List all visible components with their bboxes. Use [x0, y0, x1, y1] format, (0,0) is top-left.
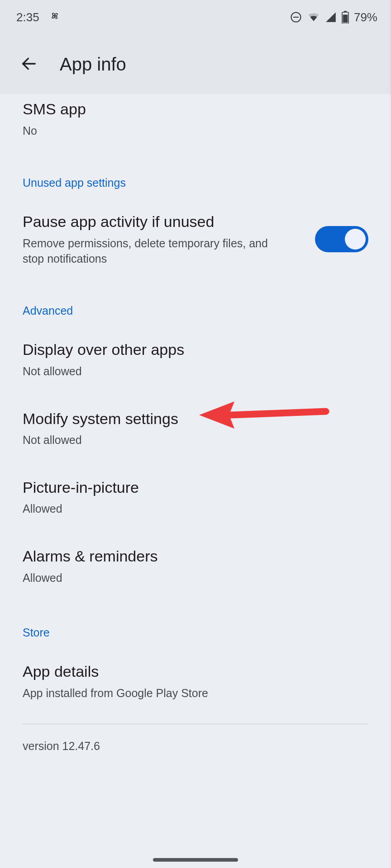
status-time: 2:35: [16, 10, 39, 24]
row-subtitle: App installed from Google Play Store: [23, 686, 368, 701]
status-bar: 2:35 79%: [0, 0, 391, 34]
app-bar: App info: [0, 34, 391, 94]
row-modify-system-settings[interactable]: Modify system settings Not allowed: [23, 396, 368, 464]
gesture-nav-bar[interactable]: [153, 858, 238, 862]
row-subtitle: Allowed: [23, 501, 368, 517]
row-picture-in-picture[interactable]: Picture-in-picture Allowed: [23, 464, 368, 533]
version-text: version 12.47.6: [23, 724, 368, 753]
arrow-back-icon: [20, 55, 38, 74]
row-title: Picture-in-picture: [23, 478, 368, 497]
row-subtitle: No: [23, 123, 368, 139]
do-not-disturb-icon: [290, 11, 302, 24]
row-sms-app[interactable]: SMS app No: [23, 94, 368, 152]
row-subtitle: Not allowed: [23, 433, 368, 448]
row-title: App details: [23, 662, 368, 681]
row-subtitle: Allowed: [23, 571, 368, 586]
row-subtitle: Not allowed: [23, 364, 368, 379]
row-app-details[interactable]: App details App installed from Google Pl…: [23, 642, 368, 705]
section-unused-apps: Unused app settings: [23, 152, 368, 192]
row-title: Alarms & reminders: [23, 547, 368, 566]
battery-icon: [341, 11, 349, 24]
content-scroll[interactable]: SMS app No Unused app settings Pause app…: [0, 94, 391, 868]
row-subtitle: Remove permissions, delete temporary fil…: [23, 236, 290, 267]
row-title: Pause app activity if unused: [23, 212, 301, 231]
row-display-over-apps[interactable]: Display over other apps Not allowed: [23, 320, 368, 395]
back-button[interactable]: [18, 53, 40, 75]
page-title: App info: [60, 54, 126, 75]
wifi-icon: [307, 10, 320, 24]
pinwheel-icon: [48, 9, 61, 25]
svg-rect-3: [344, 11, 347, 12]
toggle-knob: [345, 229, 366, 250]
row-pause-app-activity[interactable]: Pause app activity if unused Remove perm…: [23, 192, 368, 280]
section-store: Store: [23, 602, 368, 642]
signal-icon: [325, 11, 337, 23]
row-title: Display over other apps: [23, 340, 368, 359]
svg-rect-4: [343, 14, 348, 23]
battery-percent: 79%: [354, 10, 377, 24]
pause-activity-toggle[interactable]: [315, 226, 368, 252]
row-alarms-reminders[interactable]: Alarms & reminders Allowed: [23, 533, 368, 602]
row-title: Modify system settings: [23, 409, 368, 429]
row-title: SMS app: [23, 99, 368, 119]
section-advanced: Advanced: [23, 280, 368, 320]
